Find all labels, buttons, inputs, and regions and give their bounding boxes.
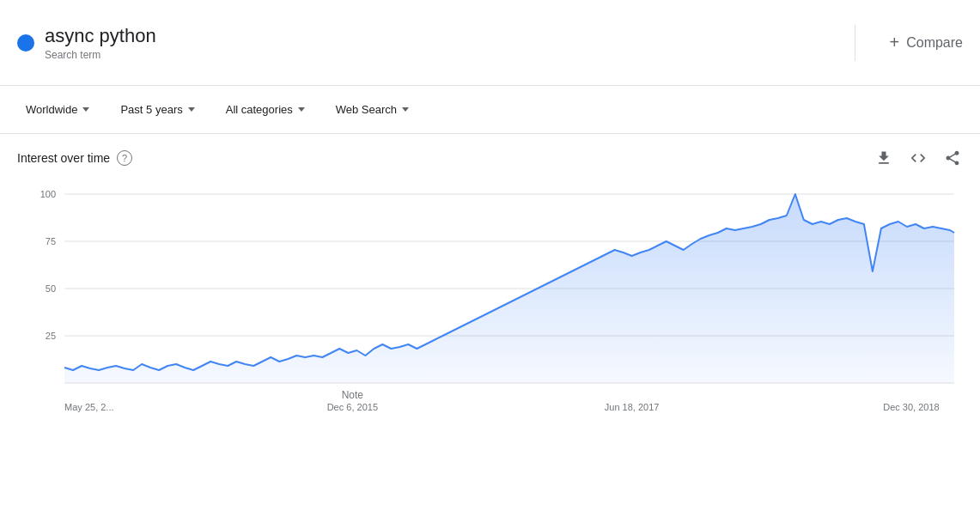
header: async python Search term + Compare [0, 0, 980, 86]
chart-title-text: Interest over time [17, 151, 110, 165]
svg-text:100: 100 [40, 189, 56, 199]
category-chevron-icon [298, 107, 305, 112]
search-term-section: async python Search term [17, 25, 855, 61]
svg-text:Jun 18, 2017: Jun 18, 2017 [605, 402, 660, 412]
search-term-text: async python Search term [45, 25, 156, 61]
help-icon[interactable]: ? [117, 150, 132, 166]
svg-text:75: 75 [46, 236, 56, 246]
compare-label: Compare [906, 35, 963, 51]
search-type-label: Web Search [336, 103, 397, 116]
chart-svg: 100 75 50 25 Note May 25, 2... [17, 177, 963, 417]
chart-title-area: Interest over time ? [17, 150, 132, 166]
search-term-subtitle: Search term [45, 49, 100, 61]
category-filter[interactable]: All categories [217, 98, 313, 121]
region-label: Worldwide [26, 103, 77, 116]
svg-text:Dec 6, 2015: Dec 6, 2015 [327, 402, 378, 412]
svg-text:Note: Note [342, 389, 364, 401]
chart-section: Interest over time ? [0, 134, 980, 417]
plus-icon: + [890, 33, 900, 52]
svg-text:May 25, 2...: May 25, 2... [64, 402, 114, 412]
search-term-dot [17, 34, 34, 52]
time-range-filter[interactable]: Past 5 years [112, 98, 203, 121]
share-button[interactable] [942, 148, 963, 168]
chart-header: Interest over time ? [17, 148, 963, 168]
svg-text:50: 50 [46, 283, 56, 294]
download-button[interactable] [873, 148, 894, 168]
time-range-chevron-icon [188, 107, 195, 112]
search-term-title: async python [45, 25, 156, 47]
category-label: All categories [226, 103, 293, 116]
svg-text:Dec 30, 2018: Dec 30, 2018 [883, 402, 939, 412]
filter-bar: Worldwide Past 5 years All categories We… [0, 86, 980, 134]
search-type-chevron-icon [402, 107, 409, 112]
time-range-label: Past 5 years [120, 103, 182, 116]
chart-container: 100 75 50 25 Note May 25, 2... [17, 177, 963, 417]
svg-text:25: 25 [46, 331, 56, 341]
compare-section[interactable]: + Compare [855, 33, 964, 52]
chart-actions [873, 148, 963, 168]
search-type-filter[interactable]: Web Search [327, 98, 417, 121]
region-chevron-icon [82, 107, 89, 112]
embed-button[interactable] [908, 148, 928, 168]
region-filter[interactable]: Worldwide [17, 98, 98, 121]
